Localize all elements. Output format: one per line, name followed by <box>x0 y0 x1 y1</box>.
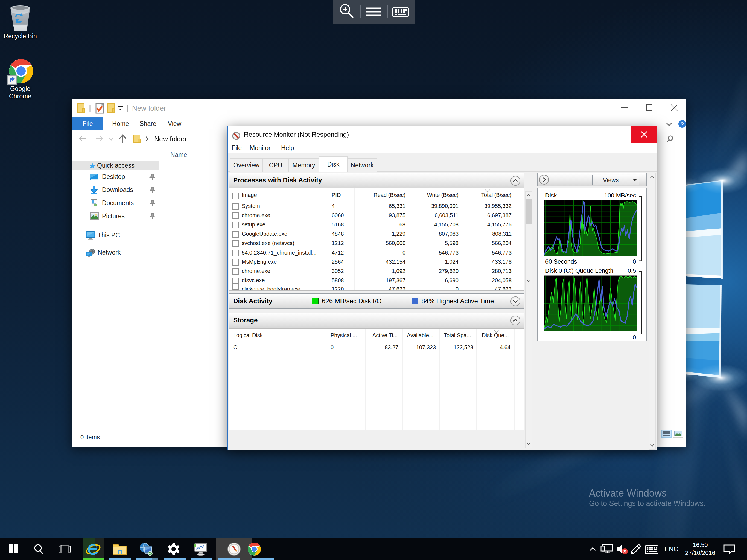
svg-text:?: ? <box>680 121 684 128</box>
svg-text:New folder: New folder <box>154 135 187 143</box>
svg-text:New folder: New folder <box>132 104 166 112</box>
